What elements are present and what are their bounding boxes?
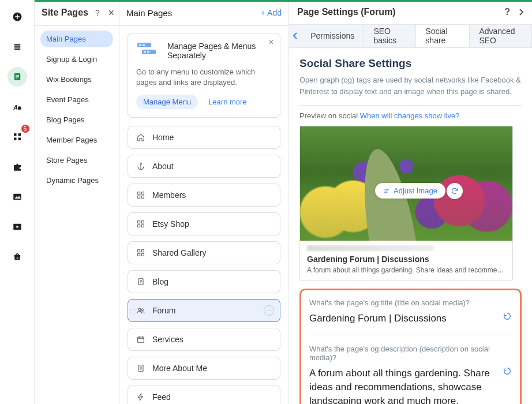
svg-rect-3 [14,48,20,50]
category-store-pages[interactable]: Store Pages [40,152,113,169]
category-wix-bookings[interactable]: Wix Bookings [40,71,113,88]
category-main-pages[interactable]: Main Pages [40,31,113,47]
preview-changes-link[interactable]: When will changes show live? [360,111,460,120]
svg-rect-7 [16,78,18,78]
page-item-label: More About Me [152,364,207,373]
svg-rect-29 [141,196,144,199]
tab-permissions[interactable]: Permissions [301,25,364,48]
text-icon[interactable]: A [8,97,27,117]
page-item-home[interactable]: Home [128,126,280,149]
svg-rect-26 [138,192,140,194]
main-pages-title: Main Pages [126,8,172,18]
svg-rect-30 [138,221,140,223]
page-item-label: Etsy Shop [152,219,189,229]
adjust-image-button[interactable]: Adjust Image [375,183,445,199]
add-icon[interactable] [8,7,27,27]
page-item-members[interactable]: Members [128,184,280,207]
page-item-about[interactable]: About [128,155,280,178]
social-preview-card: Adjust Image Gardening Forum | Discussio… [299,126,513,280]
page-item-etsy-shop[interactable]: Etsy Shop [128,212,280,235]
page-item-blog[interactable]: Blog [128,270,280,293]
page-item-more-about-me[interactable]: More About Me [128,357,280,380]
svg-rect-37 [141,254,144,256]
page-item-feed[interactable]: Feed [128,386,280,404]
og-title-input[interactable]: Gardening Forum | Discussions [309,312,512,326]
svg-rect-34 [138,250,140,252]
category-blog-pages[interactable]: Blog Pages [40,111,113,128]
store-icon[interactable]: A [8,247,27,267]
svg-rect-31 [141,221,144,223]
tabs-scroll-left[interactable] [289,25,301,48]
svg-rect-23 [144,51,146,53]
revert-og-desc-button[interactable] [503,366,512,376]
main-pages-panel: Main Pages + Add ? ✕ ✕ Manage Pages & Me… [119,0,289,404]
info-close-icon[interactable]: ✕ [268,38,274,46]
image-icon[interactable] [8,187,27,207]
social-share-desc: Open graph (og) tags are used by social … [299,74,522,97]
tab-seo-basics[interactable]: SEO basics [364,25,416,48]
og-desc-input[interactable]: A forum about all things gardening. Shar… [309,366,512,404]
refresh-image-button[interactable] [447,183,463,199]
lightning-icon [136,392,145,402]
svg-text:A: A [16,256,18,260]
svg-rect-24 [147,51,149,53]
help-icon[interactable]: ? [504,7,510,17]
svg-rect-32 [138,225,140,227]
plugin-icon[interactable] [8,157,27,177]
layers-icon[interactable] [8,37,27,57]
grid-icon [136,248,145,257]
svg-rect-11 [18,133,21,136]
page-item-services[interactable]: Services [128,328,280,351]
close-icon[interactable]: ✕ [108,8,115,17]
collapse-icon[interactable] [518,8,524,16]
grid-icon [136,190,145,200]
og-title-label: What's the page's og:title (title on soc… [309,298,512,307]
svg-rect-2 [14,46,20,47]
site-pages-panel: Site Pages Main PagesSignup & LoginWix B… [35,0,119,404]
category-signup-login[interactable]: Signup & Login [40,51,113,68]
help-icon[interactable]: ? [95,8,100,17]
apps-badge: 5 [21,125,29,133]
svg-text:A: A [13,104,18,111]
tab-advanced-seo[interactable]: Advanced SEO [470,25,532,48]
page-item-shared-gallery[interactable]: Shared Gallery [128,241,280,264]
add-page-button[interactable]: + Add [261,8,282,17]
svg-point-25 [140,163,142,164]
svg-rect-12 [14,138,17,141]
page-item-label: Forum [152,306,175,315]
manage-menu-button[interactable]: Manage Menu [136,95,198,109]
svg-rect-13 [18,138,21,141]
svg-point-9 [17,106,21,110]
category-member-pages[interactable]: Member Pages [40,132,113,148]
page-item-more-button[interactable]: ⋯ [264,305,274,316]
video-icon[interactable] [8,217,27,237]
page-item-label: Members [152,190,186,200]
pages-icon[interactable] [8,67,27,87]
page-settings-title: Page Settings (Forum) [297,7,396,17]
category-event-pages[interactable]: Event Pages [40,91,113,108]
menus-glyph-icon [136,42,160,59]
og-desc-label: What's the page's og:description (descri… [309,345,512,362]
page-icon [136,277,145,286]
svg-rect-35 [141,250,144,252]
revert-og-title-button[interactable] [503,312,512,321]
svg-rect-21 [139,44,141,46]
calendar-icon [136,335,145,344]
svg-rect-10 [14,133,17,136]
preview-title: Gardening Forum | Discussions [307,255,505,264]
svg-rect-22 [143,44,145,46]
svg-rect-14 [13,194,21,200]
page-item-label: Shared Gallery [152,248,206,257]
category-dynamic-pages[interactable]: Dynamic Pages [40,172,113,189]
people-icon [136,306,145,315]
tab-social-share[interactable]: Social share [416,25,470,48]
svg-point-40 [141,309,143,311]
settings-tabs: PermissionsSEO basicsSocial shareAdvance… [289,24,532,48]
drag-handle-icon[interactable]: ⋮⋮ [128,308,137,314]
learn-more-link[interactable]: Learn more [208,98,246,106]
page-item-forum[interactable]: ⋮⋮Forum⋯ [128,299,280,322]
svg-point-39 [138,308,141,311]
page-item-label: Feed [152,392,171,402]
left-rail: A 5 A [0,0,35,404]
apps-icon[interactable]: 5 [8,127,27,147]
